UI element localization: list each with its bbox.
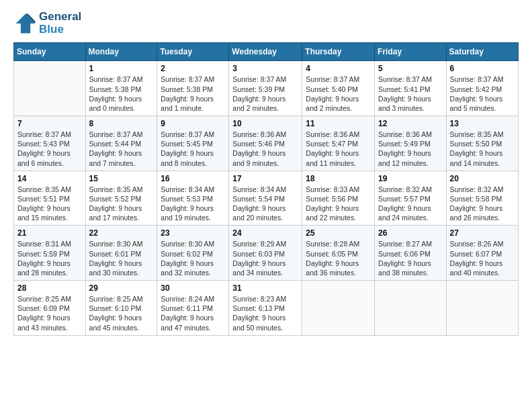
calendar-cell: 22Sunrise: 8:30 AMSunset: 6:01 PMDayligh… [85, 226, 157, 281]
calendar-cell [302, 281, 375, 336]
calendar-week-row: 21Sunrise: 8:31 AMSunset: 5:59 PMDayligh… [14, 226, 519, 281]
logo-icon [13, 11, 38, 36]
day-info: Sunrise: 8:37 AMSunset: 5:42 PMDaylight:… [450, 75, 515, 113]
day-number: 18 [306, 174, 371, 183]
day-number: 17 [232, 174, 298, 183]
day-info: Sunrise: 8:36 AMSunset: 5:46 PMDaylight:… [232, 130, 298, 168]
day-number: 28 [17, 283, 82, 293]
calendar-cell: 26Sunrise: 8:27 AMSunset: 6:06 PMDayligh… [375, 226, 447, 281]
calendar-cell: 14Sunrise: 8:35 AMSunset: 5:51 PMDayligh… [14, 171, 86, 226]
weekday-header: Wednesday [229, 43, 302, 61]
calendar-cell: 17Sunrise: 8:34 AMSunset: 5:54 PMDayligh… [229, 171, 302, 226]
day-info: Sunrise: 8:28 AMSunset: 6:05 PMDaylight:… [306, 239, 371, 277]
calendar-cell: 29Sunrise: 8:25 AMSunset: 6:10 PMDayligh… [85, 281, 157, 336]
day-info: Sunrise: 8:34 AMSunset: 5:53 PMDaylight:… [161, 185, 225, 223]
logo: General Blue [13, 11, 81, 36]
day-number: 14 [17, 174, 82, 183]
day-number: 11 [306, 119, 371, 128]
day-number: 10 [232, 119, 298, 128]
day-number: 20 [450, 174, 515, 183]
calendar-cell: 20Sunrise: 8:32 AMSunset: 5:58 PMDayligh… [446, 171, 518, 226]
day-info: Sunrise: 8:32 AMSunset: 5:58 PMDaylight:… [450, 185, 515, 223]
day-info: Sunrise: 8:37 AMSunset: 5:38 PMDaylight:… [161, 75, 225, 113]
calendar-cell [14, 61, 86, 116]
weekday-header: Thursday [302, 43, 375, 61]
day-info: Sunrise: 8:31 AMSunset: 5:59 PMDaylight:… [17, 239, 82, 277]
calendar-cell [375, 281, 447, 336]
day-number: 21 [17, 228, 82, 238]
day-number: 1 [89, 64, 154, 73]
day-number: 5 [378, 64, 443, 73]
calendar-week-row: 1Sunrise: 8:37 AMSunset: 5:38 PMDaylight… [14, 61, 519, 116]
day-info: Sunrise: 8:36 AMSunset: 5:49 PMDaylight:… [378, 130, 443, 168]
day-info: Sunrise: 8:35 AMSunset: 5:51 PMDaylight:… [17, 185, 82, 223]
calendar-cell: 4Sunrise: 8:37 AMSunset: 5:40 PMDaylight… [302, 61, 375, 116]
day-number: 6 [450, 64, 515, 73]
calendar-cell: 19Sunrise: 8:32 AMSunset: 5:57 PMDayligh… [375, 171, 447, 226]
day-info: Sunrise: 8:34 AMSunset: 5:54 PMDaylight:… [232, 185, 298, 223]
calendar-table: SundayMondayTuesdayWednesdayThursdayFrid… [13, 42, 519, 335]
day-number: 26 [378, 228, 443, 238]
calendar-header-row: SundayMondayTuesdayWednesdayThursdayFrid… [14, 43, 519, 61]
day-number: 8 [89, 119, 154, 128]
calendar-cell: 31Sunrise: 8:23 AMSunset: 6:13 PMDayligh… [229, 281, 302, 336]
calendar-cell: 5Sunrise: 8:37 AMSunset: 5:41 PMDaylight… [375, 61, 447, 116]
day-number: 27 [450, 228, 515, 238]
day-info: Sunrise: 8:30 AMSunset: 6:01 PMDaylight:… [89, 239, 154, 277]
day-info: Sunrise: 8:33 AMSunset: 5:56 PMDaylight:… [306, 185, 371, 223]
day-number: 16 [161, 174, 225, 183]
weekday-header: Sunday [14, 43, 86, 61]
day-info: Sunrise: 8:25 AMSunset: 6:09 PMDaylight:… [17, 294, 82, 332]
calendar-cell: 7Sunrise: 8:37 AMSunset: 5:43 PMDaylight… [14, 116, 86, 171]
day-number: 29 [89, 283, 154, 293]
day-info: Sunrise: 8:23 AMSunset: 6:13 PMDaylight:… [232, 294, 298, 332]
day-info: Sunrise: 8:35 AMSunset: 5:50 PMDaylight:… [450, 130, 515, 168]
calendar-cell: 2Sunrise: 8:37 AMSunset: 5:38 PMDaylight… [157, 61, 229, 116]
calendar-cell: 11Sunrise: 8:36 AMSunset: 5:47 PMDayligh… [302, 116, 375, 171]
day-number: 2 [161, 64, 225, 73]
day-info: Sunrise: 8:37 AMSunset: 5:39 PMDaylight:… [232, 75, 298, 113]
day-info: Sunrise: 8:36 AMSunset: 5:47 PMDaylight:… [306, 130, 371, 168]
day-info: Sunrise: 8:37 AMSunset: 5:44 PMDaylight:… [89, 130, 154, 168]
day-info: Sunrise: 8:37 AMSunset: 5:45 PMDaylight:… [161, 130, 225, 168]
day-info: Sunrise: 8:37 AMSunset: 5:41 PMDaylight:… [378, 75, 443, 113]
calendar-cell: 10Sunrise: 8:36 AMSunset: 5:46 PMDayligh… [229, 116, 302, 171]
calendar-cell: 24Sunrise: 8:29 AMSunset: 6:03 PMDayligh… [229, 226, 302, 281]
day-number: 12 [378, 119, 443, 128]
day-number: 9 [161, 119, 225, 128]
weekday-header: Monday [85, 43, 157, 61]
day-number: 25 [306, 228, 371, 238]
header: General Blue [13, 11, 519, 36]
calendar-cell: 30Sunrise: 8:24 AMSunset: 6:11 PMDayligh… [157, 281, 229, 336]
day-number: 23 [161, 228, 225, 238]
day-number: 19 [378, 174, 443, 183]
calendar-week-row: 14Sunrise: 8:35 AMSunset: 5:51 PMDayligh… [14, 171, 519, 226]
day-number: 7 [17, 119, 82, 128]
svg-marker-0 [16, 13, 36, 33]
calendar-cell: 23Sunrise: 8:30 AMSunset: 6:02 PMDayligh… [157, 226, 229, 281]
day-number: 22 [89, 228, 154, 238]
calendar-cell: 6Sunrise: 8:37 AMSunset: 5:42 PMDaylight… [446, 61, 518, 116]
calendar-cell: 28Sunrise: 8:25 AMSunset: 6:09 PMDayligh… [14, 281, 86, 336]
calendar-week-row: 28Sunrise: 8:25 AMSunset: 6:09 PMDayligh… [14, 281, 519, 336]
day-info: Sunrise: 8:30 AMSunset: 6:02 PMDaylight:… [161, 239, 225, 277]
calendar-cell: 1Sunrise: 8:37 AMSunset: 5:38 PMDaylight… [85, 61, 157, 116]
weekday-header: Saturday [446, 43, 518, 61]
calendar-cell: 25Sunrise: 8:28 AMSunset: 6:05 PMDayligh… [302, 226, 375, 281]
calendar-cell: 15Sunrise: 8:35 AMSunset: 5:52 PMDayligh… [85, 171, 157, 226]
calendar-week-row: 7Sunrise: 8:37 AMSunset: 5:43 PMDaylight… [14, 116, 519, 171]
day-number: 30 [161, 283, 225, 293]
calendar-cell: 12Sunrise: 8:36 AMSunset: 5:49 PMDayligh… [375, 116, 447, 171]
day-number: 4 [306, 64, 371, 73]
weekday-header: Friday [375, 43, 447, 61]
day-info: Sunrise: 8:26 AMSunset: 6:07 PMDaylight:… [450, 239, 515, 277]
calendar-cell: 13Sunrise: 8:35 AMSunset: 5:50 PMDayligh… [446, 116, 518, 171]
day-info: Sunrise: 8:29 AMSunset: 6:03 PMDaylight:… [232, 239, 298, 277]
page: General Blue SundayMondayTuesdayWednesda… [0, 0, 532, 411]
day-number: 31 [232, 283, 298, 293]
day-number: 13 [450, 119, 515, 128]
day-number: 15 [89, 174, 154, 183]
calendar-cell: 3Sunrise: 8:37 AMSunset: 5:39 PMDaylight… [229, 61, 302, 116]
calendar-cell: 27Sunrise: 8:26 AMSunset: 6:07 PMDayligh… [446, 226, 518, 281]
calendar-cell: 16Sunrise: 8:34 AMSunset: 5:53 PMDayligh… [157, 171, 229, 226]
